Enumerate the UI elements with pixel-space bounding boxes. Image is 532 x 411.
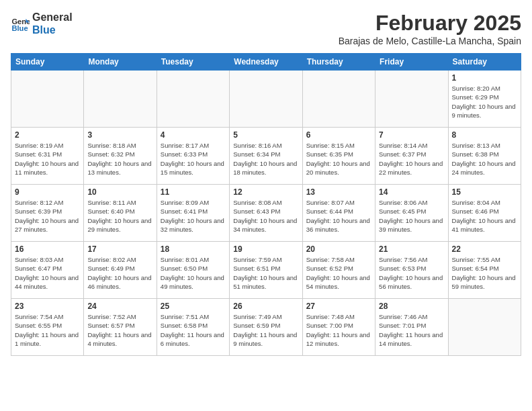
cell-w3-d2: 18Sunrise: 8:01 AM Sunset: 6:50 PM Dayli… <box>157 242 229 299</box>
calendar-body: 1Sunrise: 8:20 AM Sunset: 6:29 PM Daylig… <box>11 71 521 356</box>
day-info: Sunrise: 7:54 AM Sunset: 6:55 PM Dayligh… <box>15 312 80 348</box>
day-info: Sunrise: 7:56 AM Sunset: 6:53 PM Dayligh… <box>379 255 444 291</box>
month-title: February 2025 <box>339 11 521 36</box>
cell-w2-d1: 10Sunrise: 8:11 AM Sunset: 6:40 PM Dayli… <box>84 185 157 242</box>
day-number: 20 <box>306 244 371 254</box>
cell-w2-d4: 13Sunrise: 8:07 AM Sunset: 6:44 PM Dayli… <box>302 185 375 242</box>
week-row-0: 1Sunrise: 8:20 AM Sunset: 6:29 PM Daylig… <box>11 71 521 128</box>
day-info: Sunrise: 8:04 AM Sunset: 6:46 PM Dayligh… <box>452 198 517 234</box>
day-number: 27 <box>306 302 371 311</box>
cell-w4-d5: 28Sunrise: 7:46 AM Sunset: 7:01 PM Dayli… <box>375 299 448 356</box>
cell-w3-d1: 17Sunrise: 8:02 AM Sunset: 6:49 PM Dayli… <box>84 242 157 299</box>
logo: General Blue General Blue <box>11 11 73 36</box>
day-number: 26 <box>233 302 298 311</box>
day-info: Sunrise: 8:08 AM Sunset: 6:43 PM Dayligh… <box>233 198 298 234</box>
cell-w0-d3 <box>230 71 302 128</box>
day-info: Sunrise: 8:14 AM Sunset: 6:37 PM Dayligh… <box>379 141 444 177</box>
location-title: Barajas de Melo, Castille-La Mancha, Spa… <box>339 36 521 46</box>
day-info: Sunrise: 8:15 AM Sunset: 6:35 PM Dayligh… <box>306 141 371 177</box>
cell-w2-d6: 15Sunrise: 8:04 AM Sunset: 6:46 PM Dayli… <box>448 185 521 242</box>
header: General Blue General Blue February 2025 … <box>11 11 521 46</box>
day-info: Sunrise: 7:59 AM Sunset: 6:51 PM Dayligh… <box>233 255 298 291</box>
day-info: Sunrise: 8:18 AM Sunset: 6:32 PM Dayligh… <box>87 141 152 177</box>
header-friday: Friday <box>375 54 448 71</box>
day-number: 28 <box>379 302 444 311</box>
day-number: 9 <box>15 187 80 197</box>
cell-w3-d3: 19Sunrise: 7:59 AM Sunset: 6:51 PM Dayli… <box>230 242 302 299</box>
week-row-2: 9Sunrise: 8:12 AM Sunset: 6:39 PM Daylig… <box>11 185 521 242</box>
cell-w1-d5: 7Sunrise: 8:14 AM Sunset: 6:37 PM Daylig… <box>375 128 448 185</box>
cell-w0-d2 <box>157 71 229 128</box>
day-number: 14 <box>379 187 444 197</box>
day-number: 12 <box>233 187 298 197</box>
day-number: 11 <box>161 187 226 197</box>
day-number: 4 <box>161 130 226 140</box>
day-info: Sunrise: 8:06 AM Sunset: 6:45 PM Dayligh… <box>379 198 444 234</box>
cell-w2-d2: 11Sunrise: 8:09 AM Sunset: 6:41 PM Dayli… <box>157 185 229 242</box>
day-number: 2 <box>15 130 80 140</box>
cell-w4-d1: 24Sunrise: 7:52 AM Sunset: 6:57 PM Dayli… <box>84 299 157 356</box>
day-number: 16 <box>15 244 80 254</box>
day-info: Sunrise: 8:02 AM Sunset: 6:49 PM Dayligh… <box>87 255 152 291</box>
day-info: Sunrise: 7:58 AM Sunset: 6:52 PM Dayligh… <box>306 255 371 291</box>
cell-w1-d2: 4Sunrise: 8:17 AM Sunset: 6:33 PM Daylig… <box>157 128 229 185</box>
day-info: Sunrise: 8:13 AM Sunset: 6:38 PM Dayligh… <box>452 141 517 177</box>
day-info: Sunrise: 8:19 AM Sunset: 6:31 PM Dayligh… <box>15 141 80 177</box>
cell-w2-d3: 12Sunrise: 8:08 AM Sunset: 6:43 PM Dayli… <box>230 185 302 242</box>
cell-w0-d1 <box>84 71 157 128</box>
day-info: Sunrise: 8:16 AM Sunset: 6:34 PM Dayligh… <box>233 141 298 177</box>
day-info: Sunrise: 8:01 AM Sunset: 6:50 PM Dayligh… <box>161 255 226 291</box>
cell-w1-d0: 2Sunrise: 8:19 AM Sunset: 6:31 PM Daylig… <box>11 128 84 185</box>
cell-w0-d4 <box>302 71 375 128</box>
cell-w0-d6: 1Sunrise: 8:20 AM Sunset: 6:29 PM Daylig… <box>448 71 521 128</box>
cell-w1-d4: 6Sunrise: 8:15 AM Sunset: 6:35 PM Daylig… <box>302 128 375 185</box>
day-info: Sunrise: 7:48 AM Sunset: 7:00 PM Dayligh… <box>306 312 371 348</box>
week-row-3: 16Sunrise: 8:03 AM Sunset: 6:47 PM Dayli… <box>11 242 521 299</box>
day-number: 5 <box>233 130 298 140</box>
day-number: 6 <box>306 130 371 140</box>
day-number: 1 <box>452 73 517 83</box>
day-number: 15 <box>452 187 517 197</box>
calendar-header: SundayMondayTuesdayWednesdayThursdayFrid… <box>11 54 521 71</box>
cell-w3-d0: 16Sunrise: 8:03 AM Sunset: 6:47 PM Dayli… <box>11 242 84 299</box>
cell-w2-d0: 9Sunrise: 8:12 AM Sunset: 6:39 PM Daylig… <box>11 185 84 242</box>
week-row-1: 2Sunrise: 8:19 AM Sunset: 6:31 PM Daylig… <box>11 128 521 185</box>
svg-text:Blue: Blue <box>11 24 28 32</box>
day-info: Sunrise: 8:03 AM Sunset: 6:47 PM Dayligh… <box>15 255 80 291</box>
cell-w0-d5 <box>375 71 448 128</box>
day-info: Sunrise: 7:46 AM Sunset: 7:01 PM Dayligh… <box>379 312 444 348</box>
cell-w2-d5: 14Sunrise: 8:06 AM Sunset: 6:45 PM Dayli… <box>375 185 448 242</box>
day-number: 19 <box>233 244 298 254</box>
cell-w3-d6: 22Sunrise: 7:55 AM Sunset: 6:54 PM Dayli… <box>448 242 521 299</box>
day-number: 13 <box>306 187 371 197</box>
header-monday: Monday <box>84 54 157 71</box>
cell-w3-d4: 20Sunrise: 7:58 AM Sunset: 6:52 PM Dayli… <box>302 242 375 299</box>
day-info: Sunrise: 8:11 AM Sunset: 6:40 PM Dayligh… <box>87 198 152 234</box>
day-info: Sunrise: 8:20 AM Sunset: 6:29 PM Dayligh… <box>452 84 517 120</box>
cell-w1-d1: 3Sunrise: 8:18 AM Sunset: 6:32 PM Daylig… <box>84 128 157 185</box>
calendar-table: SundayMondayTuesdayWednesdayThursdayFrid… <box>11 53 521 356</box>
cell-w4-d0: 23Sunrise: 7:54 AM Sunset: 6:55 PM Dayli… <box>11 299 84 356</box>
header-thursday: Thursday <box>302 54 375 71</box>
day-number: 25 <box>161 302 226 311</box>
day-info: Sunrise: 8:07 AM Sunset: 6:44 PM Dayligh… <box>306 198 371 234</box>
day-number: 3 <box>87 130 152 140</box>
cell-w4-d4: 27Sunrise: 7:48 AM Sunset: 7:00 PM Dayli… <box>302 299 375 356</box>
week-row-4: 23Sunrise: 7:54 AM Sunset: 6:55 PM Dayli… <box>11 299 521 356</box>
day-number: 7 <box>379 130 444 140</box>
day-number: 24 <box>87 302 152 311</box>
day-number: 18 <box>161 244 226 254</box>
cell-w1-d3: 5Sunrise: 8:16 AM Sunset: 6:34 PM Daylig… <box>230 128 302 185</box>
title-area: February 2025 Barajas de Melo, Castille-… <box>339 11 521 46</box>
day-info: Sunrise: 7:51 AM Sunset: 6:58 PM Dayligh… <box>161 312 226 348</box>
day-info: Sunrise: 8:17 AM Sunset: 6:33 PM Dayligh… <box>161 141 226 177</box>
day-number: 22 <box>452 244 517 254</box>
day-info: Sunrise: 7:52 AM Sunset: 6:57 PM Dayligh… <box>87 312 152 348</box>
cell-w1-d6: 8Sunrise: 8:13 AM Sunset: 6:38 PM Daylig… <box>448 128 521 185</box>
header-tuesday: Tuesday <box>157 54 229 71</box>
logo-text: General Blue <box>32 11 73 36</box>
day-info: Sunrise: 7:55 AM Sunset: 6:54 PM Dayligh… <box>452 255 517 291</box>
day-info: Sunrise: 8:12 AM Sunset: 6:39 PM Dayligh… <box>15 198 80 234</box>
day-number: 10 <box>87 187 152 197</box>
cell-w4-d6 <box>448 299 521 356</box>
